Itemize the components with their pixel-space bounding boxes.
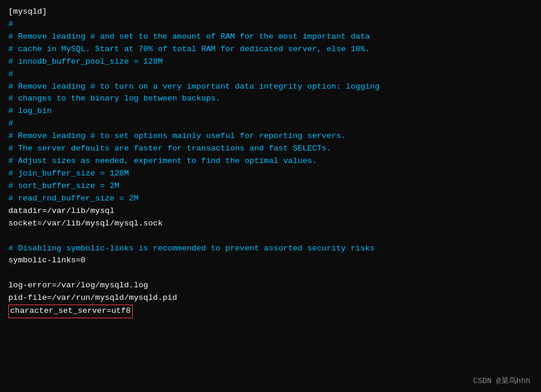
line-comment: # sort_buffer_size = 2M (8, 180, 533, 193)
line-white: pid-file=/var/run/mysqld/mysqld.pid (8, 292, 533, 305)
line-comment: # (8, 68, 533, 81)
line-empty (8, 267, 533, 280)
line-white: log-error=/var/log/mysqld.log (8, 280, 533, 292)
line-empty (8, 230, 533, 243)
line-white: datadir=/var/lib/mysql (8, 205, 533, 218)
line-comment: # join_buffer_size = 128M (8, 168, 533, 180)
line-comment: # changes to the binary log between back… (8, 93, 533, 105)
line-comment: # innodb_buffer_pool_size = 128M (8, 56, 533, 68)
code-content: [mysqld]## Remove leading # and set to t… (8, 6, 533, 318)
line-comment: # Adjust sizes as needed, experiment to … (8, 155, 533, 168)
line-comment: # Remove leading # to set options mainly… (8, 130, 533, 143)
line-comment: # Disabling symbolic-links is recommende… (8, 243, 533, 255)
watermark: CSDN @菜鸟hhh (473, 375, 530, 386)
line-white: symbolic-links=0 (8, 255, 533, 267)
line-comment: # read_rnd_buffer_size = 2M (8, 193, 533, 205)
line-comment: # The server defaults are faster for tra… (8, 143, 533, 155)
highlighted-text: character_set_server=utf8 (8, 305, 133, 318)
terminal-window: [mysqld]## Remove leading # and set to t… (0, 0, 541, 392)
line-comment: # log_bin (8, 105, 533, 118)
line-comment: # Remove leading # to turn on a very imp… (8, 81, 533, 93)
line-white: socket=/var/lib/mysql/mysql.sock (8, 218, 533, 230)
line-comment: # Remove leading # and set to the amount… (8, 31, 533, 43)
line-highlighted: character_set_server=utf8 (8, 305, 533, 318)
line-comment: # (8, 118, 533, 130)
line-comment: # cache in MySQL. Start at 70% of total … (8, 43, 533, 56)
line-comment: # (8, 18, 533, 31)
line-white: [mysqld] (8, 6, 533, 18)
